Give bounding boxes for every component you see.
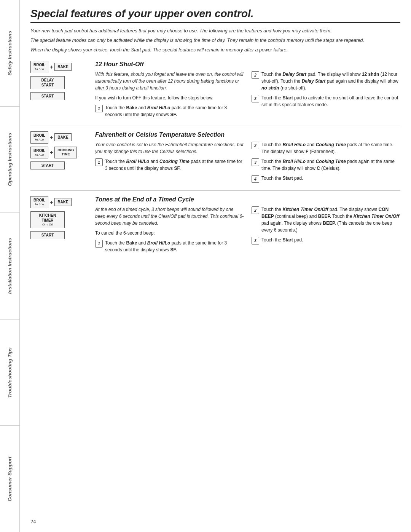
feature-hour-shutoff: BROILHi / Lo + BAKE DELAYSTART — [30, 56, 400, 126]
broil-button-2b: BROILHi / Lo — [30, 147, 48, 158]
feature-note-hour-shutoff: If you wish to turn OFF this feature, fo… — [95, 94, 244, 101]
step-number-1b: 1 — [95, 158, 103, 166]
panel-row-broil-cooking: BROILHi / Lo + COOKINGTIME — [30, 147, 91, 158]
delay-start-button: DELAYSTART — [30, 76, 65, 89]
step-number-2c: 2 — [252, 206, 259, 214]
panel-row-broil-bake-1: BROILHi / Lo + BAKE — [30, 61, 91, 73]
sidebar-label-safety: Safety Instructions — [7, 31, 13, 75]
step-number-3a: 3 — [252, 95, 259, 102]
diagram-fahrenheit-celsius: BROILHi / Lo + BAKE BROILHi / Lo + COOKI… — [30, 131, 95, 186]
sidebar-installation: Installation Instructions — [0, 213, 19, 320]
plus-sign-1: + — [50, 64, 53, 70]
plus-sign-3: + — [50, 199, 53, 205]
step-2-tones: 2 Touch the Kitchen Timer On/Off pad. Th… — [252, 206, 400, 233]
step-col-right-tones: 2 Touch the Kitchen Timer On/Off pad. Th… — [252, 206, 400, 256]
sidebar-consumer: Consumer Support — [0, 426, 19, 532]
feature-note-tones: To cancel the 6-second beep: — [95, 230, 244, 236]
step-col-right-fahrenheit: 2 Touch the Broil Hi/Lo and Cooking Time… — [252, 141, 400, 186]
step-text-1c: Touch the Bake and Broil Hi/Lo pads at t… — [105, 240, 244, 253]
panel-row-start-1: START — [30, 92, 91, 100]
sidebar-operating: Operating Instructions — [0, 107, 19, 213]
feature-title-hour-shutoff: 12 Hour Shut-Off — [95, 61, 400, 68]
step-3-tones: 3 Touch the Start pad. — [252, 236, 400, 244]
page-title: Special features of your upper oven cont… — [30, 8, 400, 23]
step-text-2a: Touch the Delay Start pad. The display w… — [261, 71, 400, 91]
step-3-fahrenheit: 3 Touch the Broil Hi/Lo and Cooking Time… — [252, 158, 400, 172]
step-number-2b: 2 — [252, 142, 259, 149]
step-number-2a: 2 — [252, 71, 259, 79]
feature-desc-tones: At the end of a timed cycle, 3 short bee… — [95, 206, 244, 227]
panel-row-kitchen-timer: KITCHENTIMEROn / Off — [30, 211, 91, 228]
panel-row-broil-bake-2: BROILHi / Lo + BAKE — [30, 131, 91, 143]
step-1-fahrenheit: 1 Touch the Broil Hi/Lo and Cooking Time… — [95, 158, 244, 172]
step-col-left-tones: At the end of a timed cycle, 3 short bee… — [95, 206, 244, 256]
step-number-4b: 4 — [252, 175, 259, 183]
sidebar-safety: Safety Instructions — [0, 0, 19, 107]
plus-sign-2a: + — [50, 134, 53, 141]
step-2-hour-shutoff: 2 Touch the Delay Start pad. The display… — [252, 71, 400, 91]
bake-button-3: BAKE — [54, 198, 71, 206]
start-button-3: START — [30, 231, 65, 239]
steps-cols-fahrenheit: Your oven control is set to use the Fahr… — [95, 141, 400, 186]
page-number: 24 — [30, 513, 400, 524]
step-number-3b: 3 — [252, 158, 259, 166]
intro-paragraph-2: The special feature modes can only be ac… — [30, 37, 400, 44]
start-button-2: START — [30, 161, 65, 169]
steps-cols-hour-shutoff: With this feature, should you forget and… — [95, 71, 400, 121]
step-col-right-hour-shutoff: 2 Touch the Delay Start pad. The display… — [252, 71, 400, 121]
step-4-fahrenheit: 4 Touch the Start pad. — [252, 175, 400, 183]
feature-tones: BROILHi / Lo + BAKE KITCHENTIMEROn / Off — [30, 190, 400, 261]
step-col-left-fahrenheit: Your oven control is set to use the Fahr… — [95, 141, 244, 186]
feature-desc-hour-shutoff: With this feature, should you forget and… — [95, 71, 244, 91]
intro-paragraph-3: When the display shows your choice, touc… — [30, 46, 400, 54]
diagram-tones: BROILHi / Lo + BAKE KITCHENTIMEROn / Off — [30, 196, 95, 256]
broil-button-2a: BROILHi / Lo — [30, 131, 48, 143]
feature-title-fahrenheit: Fahrenheit or Celsius Temperature Select… — [95, 131, 400, 138]
sidebar-label-operating: Operating Instructions — [7, 133, 13, 186]
step-text-3b: Touch the Broil Hi/Lo and Cooking Time p… — [261, 158, 400, 172]
step-1-hour-shutoff: 1 Touch the Bake and Broil Hi/Lo pads at… — [95, 104, 244, 118]
feature-text-fahrenheit: Fahrenheit or Celsius Temperature Select… — [95, 131, 400, 186]
step-text-4b: Touch the Start pad. — [261, 175, 400, 183]
step-1-tones: 1 Touch the Bake and Broil Hi/Lo pads at… — [95, 240, 244, 253]
broil-button-1: BROILHi / Lo — [30, 61, 48, 73]
plus-sign-2b: + — [50, 149, 53, 155]
sidebar-troubleshooting: Troubleshooting Tips — [0, 320, 19, 426]
cooking-time-button: COOKINGTIME — [54, 147, 77, 158]
panel-row-delay-start-1: DELAYSTART — [30, 76, 91, 89]
step-text-1a: Touch the Bake and Broil Hi/Lo pads at t… — [105, 104, 244, 118]
sidebar-label-installation: Installation Instructions — [7, 238, 13, 294]
step-text-3c: Touch the Start pad. — [261, 236, 400, 244]
features-container: BROILHi / Lo + BAKE DELAYSTART — [30, 56, 400, 261]
panel-row-broil-bake-3: BROILHi / Lo + BAKE — [30, 196, 91, 208]
diagram-hour-shutoff: BROILHi / Lo + BAKE DELAYSTART — [30, 61, 95, 121]
step-3-hour-shutoff: 3 Touch the Start pad to activate the no… — [252, 94, 400, 108]
step-number-3c: 3 — [252, 237, 259, 244]
step-number-1a: 1 — [95, 105, 103, 112]
start-button-1: START — [30, 92, 65, 100]
feature-text-hour-shutoff: 12 Hour Shut-Off With this feature, shou… — [95, 61, 400, 121]
feature-text-tones: Tones at the End of a Timed Cycle At the… — [95, 196, 400, 256]
intro-paragraph-1: Your new touch pad control has additiona… — [30, 27, 400, 35]
step-text-2b: Touch the Broil Hi/Lo and Cooking Time p… — [261, 141, 400, 155]
feature-desc-fahrenheit: Your oven control is set to use the Fahr… — [95, 141, 244, 155]
bake-button-2: BAKE — [54, 133, 71, 141]
sidebar-label-consumer: Consumer Support — [7, 457, 13, 502]
feature-fahrenheit-celsius: BROILHi / Lo + BAKE BROILHi / Lo + COOKI… — [30, 126, 400, 190]
main-content: Special features of your upper oven cont… — [20, 0, 411, 532]
step-text-3a: Touch the Start pad to activate the no s… — [261, 94, 400, 108]
step-text-1b: Touch the Broil Hi/Lo and Cooking Time p… — [105, 158, 244, 172]
step-2-fahrenheit: 2 Touch the Broil Hi/Lo and Cooking Time… — [252, 141, 400, 155]
steps-cols-tones: At the end of a timed cycle, 3 short bee… — [95, 206, 400, 256]
sidebar: Safety Instructions Operating Instructio… — [0, 0, 20, 532]
broil-button-3: BROILHi / Lo — [30, 196, 48, 208]
feature-title-tones: Tones at the End of a Timed Cycle — [95, 196, 400, 203]
step-text-2c: Touch the Kitchen Timer On/Off pad. The … — [261, 206, 400, 233]
bake-button-1: BAKE — [54, 63, 71, 71]
sidebar-label-troubleshooting: Troubleshooting Tips — [7, 347, 13, 398]
panel-row-start-3: START — [30, 231, 91, 239]
kitchen-timer-button: KITCHENTIMEROn / Off — [30, 211, 65, 228]
panel-row-start-2: START — [30, 161, 91, 169]
step-number-1c: 1 — [95, 240, 103, 248]
step-col-left-hour-shutoff: With this feature, should you forget and… — [95, 71, 244, 121]
